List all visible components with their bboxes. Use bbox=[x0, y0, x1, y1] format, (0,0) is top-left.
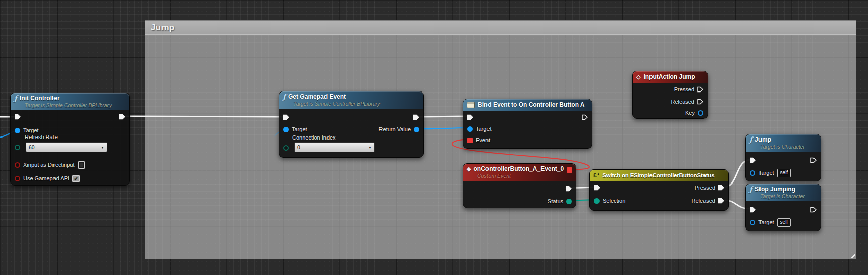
released-exec-pin[interactable] bbox=[718, 198, 724, 204]
node-title: Bind Event to On Controller Button A bbox=[478, 101, 585, 108]
exec-in-pin[interactable] bbox=[750, 207, 756, 213]
comment-header[interactable]: Jump bbox=[145, 20, 856, 35]
comment-title: Jump bbox=[145, 23, 175, 33]
exec-in-pin[interactable] bbox=[467, 114, 473, 120]
selection-pin[interactable] bbox=[594, 198, 600, 204]
enum-switch-icon: Ɛ* bbox=[593, 172, 599, 178]
pin-label: Target bbox=[292, 126, 307, 132]
pin-label: Target bbox=[758, 170, 774, 176]
node-subtitle: Custom Event bbox=[477, 173, 572, 179]
use-gamepad-api-pin[interactable] bbox=[15, 176, 20, 181]
refresh-rate-dropdown[interactable]: 60 ▼ bbox=[26, 142, 107, 152]
status-pin[interactable] bbox=[566, 199, 572, 204]
return-value-pin[interactable] bbox=[414, 127, 419, 132]
exec-out-pin[interactable] bbox=[413, 114, 419, 120]
released-exec-pin[interactable] bbox=[697, 99, 703, 105]
pin-label: Xinput as Directinput bbox=[23, 162, 75, 168]
pin-label: Target bbox=[758, 219, 774, 225]
exec-out-pin[interactable] bbox=[566, 186, 572, 192]
node-input-action-jump[interactable]: ◇ InputAction Jump Pressed Released Key bbox=[632, 71, 708, 119]
pin-label: Return Value bbox=[379, 126, 411, 132]
node-stop-jumping[interactable]: ƒ Stop Jumping Target is Character Targe… bbox=[745, 184, 821, 231]
pin-label: Released bbox=[671, 99, 694, 105]
node-title: InputAction Jump bbox=[643, 73, 695, 80]
node-switch-enum[interactable]: Ɛ* Switch on ESimpleControllerButtonStat… bbox=[589, 169, 729, 211]
refresh-rate-label: Refresh Rate bbox=[25, 134, 58, 140]
target-pin[interactable] bbox=[283, 127, 289, 132]
pin-label: Use Gamepad API bbox=[23, 175, 69, 181]
connection-index-label: Connection Index bbox=[292, 134, 336, 141]
node-get-gamepad-event[interactable]: ƒ Get Gamepad Event Target is Simple Con… bbox=[279, 91, 424, 158]
node-title: Stop Jumping bbox=[755, 186, 795, 193]
pin-label: Selection bbox=[603, 198, 625, 204]
target-pin[interactable] bbox=[15, 128, 20, 133]
pin-label: Pressed bbox=[674, 86, 694, 93]
xinput-pin[interactable] bbox=[15, 162, 20, 168]
node-title: Init Controller bbox=[20, 95, 60, 102]
connection-index-value: 0 bbox=[297, 144, 300, 150]
pin-label: Status bbox=[548, 198, 563, 204]
pin-label: Released bbox=[692, 198, 715, 204]
blueprint-graph-canvas[interactable]: Jump ƒ Init Controller Targ bbox=[0, 0, 868, 275]
target-pin[interactable] bbox=[750, 170, 755, 176]
event-diamond-icon: ◇ bbox=[636, 74, 640, 80]
node-bind-event[interactable]: Bind Event to On Controller Button A Tar… bbox=[463, 99, 592, 149]
node-title: Switch on ESimpleControllerButtonStatus bbox=[602, 172, 714, 178]
target-self-field[interactable]: self bbox=[777, 218, 791, 227]
event-delegate-pin[interactable] bbox=[467, 138, 473, 143]
pin-label: Target bbox=[476, 126, 492, 132]
connection-index-pin[interactable] bbox=[283, 145, 289, 151]
use-gamepad-api-checkbox-checked[interactable]: ✔ bbox=[72, 175, 80, 182]
exec-in-pin[interactable] bbox=[283, 114, 289, 120]
function-icon: ƒ bbox=[283, 94, 286, 100]
pin-label: Target bbox=[23, 127, 39, 133]
node-subtitle: Target is Simple Controller BPLibrary bbox=[293, 101, 419, 107]
pin-label: Key bbox=[685, 110, 695, 116]
pin-label: Pressed bbox=[695, 185, 715, 191]
node-subtitle: Target is Character bbox=[760, 193, 817, 199]
node-title: Get Gamepad Event bbox=[288, 93, 346, 100]
function-icon: ƒ bbox=[14, 95, 17, 101]
node-jump[interactable]: ƒ Jump Target is Character Target self bbox=[745, 134, 821, 181]
exec-out-pin[interactable] bbox=[810, 207, 817, 213]
function-icon: ƒ bbox=[749, 136, 752, 143]
exec-out-pin[interactable] bbox=[582, 114, 588, 120]
node-title: Jump bbox=[755, 136, 771, 143]
exec-in-pin[interactable] bbox=[15, 114, 21, 120]
node-title: onControllerButton_A_Event_0 bbox=[473, 165, 564, 172]
dropdown-arrow-icon: ▼ bbox=[368, 146, 372, 149]
pressed-exec-pin[interactable] bbox=[718, 185, 724, 191]
function-icon: ƒ bbox=[749, 186, 752, 192]
exec-in-pin[interactable] bbox=[594, 185, 600, 191]
pin-label: Event bbox=[476, 137, 490, 143]
bind-event-icon bbox=[467, 102, 475, 108]
connection-index-dropdown[interactable]: 0 ▼ bbox=[294, 142, 375, 152]
refresh-rate-value: 60 bbox=[29, 144, 35, 150]
output-delegate-pin[interactable] bbox=[567, 167, 572, 173]
exec-out-pin[interactable] bbox=[810, 157, 817, 163]
target-pin[interactable] bbox=[467, 126, 473, 132]
dropdown-arrow-icon: ▼ bbox=[101, 146, 104, 149]
node-custom-event[interactable]: ◈ onControllerButton_A_Event_0 Custom Ev… bbox=[463, 163, 576, 208]
key-pin[interactable] bbox=[698, 110, 703, 116]
exec-in-pin[interactable] bbox=[750, 157, 756, 163]
exec-out-pin[interactable] bbox=[119, 114, 125, 120]
target-self-field[interactable]: self bbox=[777, 169, 791, 177]
node-init-controller[interactable]: ƒ Init Controller Target is Simple Contr… bbox=[10, 93, 130, 186]
node-subtitle: Target is Simple Controller BPLibrary bbox=[25, 102, 125, 108]
xinput-checkbox-unchecked[interactable] bbox=[78, 161, 85, 169]
custom-event-diamond-icon: ◈ bbox=[467, 166, 471, 172]
refresh-rate-pin[interactable] bbox=[15, 145, 20, 150]
pressed-exec-pin[interactable] bbox=[697, 86, 703, 93]
node-subtitle: Target is Character bbox=[760, 144, 817, 150]
target-pin[interactable] bbox=[750, 220, 755, 225]
